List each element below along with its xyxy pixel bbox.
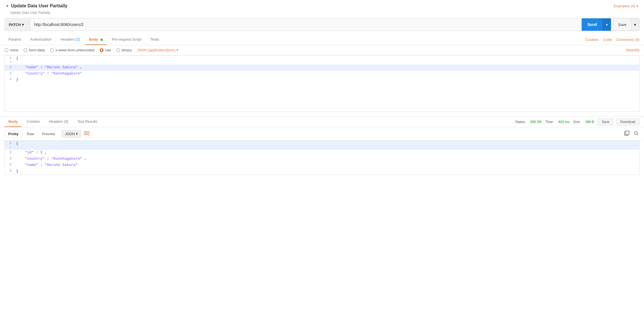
url-input[interactable] [30,18,582,31]
response-size: Size: 186 B [573,120,594,124]
method-chevron-icon: ▾ [22,23,24,27]
svg-rect-4 [626,131,629,135]
beautify-button[interactable]: Beautify [626,48,639,52]
tab-headers[interactable]: Headers (2) [57,34,84,45]
send-button[interactable]: Send [582,18,603,31]
svg-rect-1 [84,133,89,133]
time-label: Time: [545,120,554,124]
body-options-left: none form-data x-www-form-urlencoded raw… [5,48,178,52]
resp-code-line-2: 2 "id" : 2 , [5,150,639,156]
body-active-dot [100,39,103,41]
format-type-chevron-icon: ▾ [76,132,78,136]
resp-code-line-3: 3 "country" : "Konohagakure" , [5,156,639,162]
url-bar: PATCH ▾ Send ▾ Save ▾ [5,18,639,31]
radio-none[interactable]: none [5,48,18,52]
response-tab-testresults[interactable]: Test Results [73,117,101,127]
radio-raw-circle [100,48,104,52]
svg-line-6 [637,134,638,135]
tab-prerequest[interactable]: Pre-request Script [108,34,145,45]
response-tab-body[interactable]: Body [5,117,22,127]
cookies-link[interactable]: Cookies [585,38,599,42]
search-icon [634,131,638,135]
response-meta-area: Status: 200 OK Time: 433 ms Size: 186 B … [515,118,639,126]
radio-form-data[interactable]: form-data [23,48,45,52]
size-label: Size: [573,120,581,124]
resp-code-line-5: 5 } [5,168,639,175]
save-dropdown-button[interactable]: ▾ [631,18,639,31]
code-editor-empty[interactable] [5,83,639,111]
radio-raw[interactable]: raw [100,48,111,52]
tab-params[interactable]: Params [5,34,25,45]
time-value: 433 ms [558,120,570,124]
format-preview-button[interactable]: Preview [39,130,58,137]
code-line-3: 3 "country" : "Konohagakure" [5,71,639,77]
copy-icon [624,131,629,136]
response-tab-cookies[interactable]: Cookies [23,117,44,127]
comments-link[interactable]: Comments (0) [616,38,639,42]
code-line-1: 1 ▾ { [5,56,639,65]
radio-binary-circle [116,48,120,52]
tab-authorization[interactable]: Authorization [26,34,56,45]
response-download-button[interactable]: Download [616,118,639,126]
status-label: Status: [515,120,526,124]
radio-binary[interactable]: binary [116,48,132,52]
save-button[interactable]: Save [613,18,631,31]
examples-chevron-icon: ▾ [636,4,638,8]
request-title: Update Data User Partially [11,3,67,8]
request-subtitle: Update Data User Partially [0,11,644,18]
request-tabs-right: Cookies Code Comments (0) [585,38,639,42]
response-actions: Save Download [597,118,639,126]
request-code-editor[interactable]: 1 ▾ { 2 "name" : "Haruno Sakura" , 3 "co… [5,55,639,112]
radio-form-data-circle [23,48,27,52]
code-line-4: 4 } [5,77,639,83]
radio-none-circle [5,48,8,52]
code-link[interactable]: Code [603,38,612,42]
examples-button[interactable]: Examples (0) ▾ [614,4,638,8]
response-tabs-left: Body Cookies Headers (3) Test Results [5,117,101,127]
json-type-dropdown[interactable]: JSON (application/json) ▾ [137,48,179,52]
format-right [623,130,639,138]
title-left: ▼ Update Data User Partially [6,3,67,8]
format-raw-button[interactable]: Raw [23,130,38,137]
resp-code-line-4: 4 "name" : "Haruno Sakura" [5,162,639,168]
response-tab-headers[interactable]: Headers (3) [45,117,72,127]
method-dropdown[interactable]: PATCH ▾ [5,18,30,31]
response-code-editor: 1 ▾ { 2 "id" : 2 , 3 "country" : "Konoha… [5,141,639,175]
svg-rect-0 [84,131,89,132]
wrap-button[interactable] [84,131,89,136]
send-arrow-icon: ▾ [606,23,608,27]
svg-rect-2 [84,134,88,135]
response-tabs-bar: Body Cookies Headers (3) Test Results St… [0,117,644,127]
radio-urlencoded-circle [50,48,54,52]
request-title-bar: ▼ Update Data User Partially Examples (0… [0,0,644,11]
send-dropdown-button[interactable]: ▾ [603,18,611,31]
code-line-2: 2 "name" : "Haruno Sakura" , [5,65,639,71]
status-value: 200 OK [530,120,542,124]
resp-code-line-1: 1 ▾ { [5,141,639,150]
svg-point-5 [634,131,637,134]
request-tabs-bar: Params Authorization Headers (2) Body Pr… [0,34,644,45]
json-type-chevron-icon: ▾ [176,48,178,52]
radio-urlencoded[interactable]: x-www-form-urlencoded [50,48,95,52]
tab-tests[interactable]: Tests [146,34,163,45]
response-format-bar: Pretty Raw Preview JSON ▾ [0,127,644,141]
collapse-chevron-icon[interactable]: ▼ [6,4,9,8]
copy-button[interactable] [623,130,630,138]
save-arrow-icon: ▾ [634,23,636,27]
search-button[interactable] [633,130,639,138]
response-section: Body Cookies Headers (3) Test Results St… [0,117,644,175]
response-time: Time: 433 ms [545,120,569,124]
format-left: Pretty Raw Preview JSON ▾ [5,130,89,138]
body-options-bar: none form-data x-www-form-urlencoded raw… [0,45,644,55]
response-status: Status: 200 OK [515,120,542,124]
request-tabs-left: Params Authorization Headers (2) Body Pr… [5,34,163,45]
wrap-lines-icon [84,131,89,136]
tab-body[interactable]: Body [85,34,107,45]
format-type-dropdown[interactable]: JSON ▾ [62,130,81,138]
response-save-button[interactable]: Save [597,118,614,126]
size-value: 186 B [585,120,594,124]
format-pretty-button[interactable]: Pretty [5,130,22,138]
method-label: PATCH [9,23,21,27]
